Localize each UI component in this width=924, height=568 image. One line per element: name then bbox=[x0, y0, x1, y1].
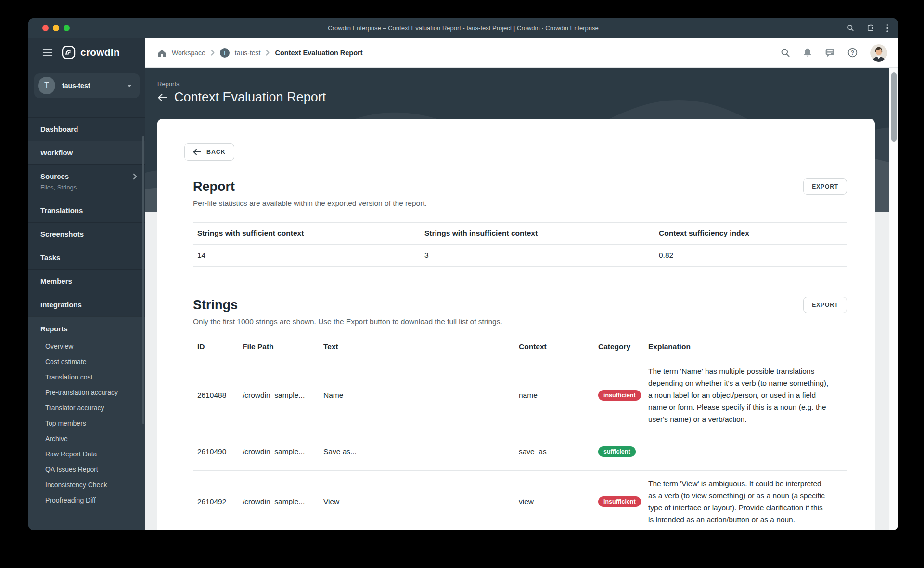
sidebar-item-workflow[interactable]: Workflow bbox=[28, 141, 145, 164]
strings-subtitle: Only the first 1000 strings are shown. U… bbox=[193, 317, 847, 326]
sidebar-item-inconsistency-check[interactable]: Inconsistency Check bbox=[28, 477, 145, 492]
sidebar-item-qa-issues-report[interactable]: QA Issues Report bbox=[28, 462, 145, 477]
stats-header-row: Strings with sufficient contextStrings w… bbox=[193, 223, 847, 245]
back-button[interactable]: BACK bbox=[184, 143, 234, 161]
sidebar-item-reports[interactable]: Reports bbox=[28, 317, 145, 339]
hamburger-menu-icon[interactable] bbox=[43, 49, 52, 56]
strings-column-header-context: Context bbox=[519, 338, 598, 358]
window-titlebar: Crowdin Enterprise – Context Evaluation … bbox=[28, 18, 898, 38]
back-button-label: BACK bbox=[206, 149, 226, 155]
sidebar-item-archive[interactable]: Archive bbox=[28, 431, 145, 446]
close-button[interactable] bbox=[42, 25, 49, 31]
breadcrumb-current-page: Context Evaluation Report bbox=[275, 49, 362, 57]
sidebar-item-label: Translations bbox=[40, 206, 136, 215]
help-icon[interactable]: ? bbox=[847, 48, 858, 58]
cell-id: 2610492 bbox=[193, 491, 243, 513]
sidebar-nav: DashboardWorkflowSourcesFiles, StringsTr… bbox=[28, 117, 145, 316]
sidebar-item-label: Integrations bbox=[40, 301, 136, 309]
sidebar-item-dashboard[interactable]: Dashboard bbox=[28, 117, 145, 141]
cell-category: insufficient bbox=[598, 383, 648, 407]
sidebar-item-pre-translation-accuracy[interactable]: Pre-translation accuracy bbox=[28, 385, 145, 400]
category-badge: sufficient bbox=[598, 446, 636, 457]
minimize-button[interactable] bbox=[53, 25, 59, 31]
sidebar-item-raw-report-data[interactable]: Raw Report Data bbox=[28, 446, 145, 462]
breadcrumb-workspace[interactable]: Workspace bbox=[172, 49, 205, 57]
strings-heading: Strings bbox=[193, 297, 238, 313]
report-stats-table: Strings with sufficient contextStrings w… bbox=[193, 222, 847, 267]
search-icon[interactable] bbox=[847, 25, 854, 32]
stats-value-row: 1430.82 bbox=[193, 245, 847, 266]
sidebar-item-integrations[interactable]: Integrations bbox=[28, 293, 145, 316]
table-row: 2610488/crowdin_sample...Namenameinsuffi… bbox=[193, 358, 847, 432]
strings-section: Strings EXPORT Only the first 1000 strin… bbox=[193, 297, 847, 530]
cell-context: name bbox=[519, 384, 598, 406]
sidebar-item-translation-cost[interactable]: Translation cost bbox=[28, 369, 145, 385]
page-content: Reports Context Evaluation Report BACK bbox=[145, 68, 898, 530]
category-badge: insufficient bbox=[598, 496, 641, 507]
zoom-button[interactable] bbox=[64, 25, 70, 31]
reports-subitems: OverviewCost estimateTranslation costPre… bbox=[28, 339, 145, 508]
page-scrollbar[interactable] bbox=[889, 68, 898, 530]
sidebar-item-members[interactable]: Members bbox=[28, 269, 145, 293]
top-navbar: Workspace T taus-test Context Evaluation… bbox=[145, 38, 898, 68]
breadcrumb-project[interactable]: taus-test bbox=[235, 49, 261, 57]
page-scrollbar-thumb[interactable] bbox=[891, 72, 897, 142]
table-row: 2610490/crowdin_sample...Save as...save_… bbox=[193, 432, 847, 471]
report-export-button[interactable]: EXPORT bbox=[803, 178, 847, 195]
user-avatar[interactable] bbox=[870, 44, 887, 62]
sidebar-item-translations[interactable]: Translations bbox=[28, 199, 145, 222]
cell-text: Name bbox=[323, 384, 519, 406]
chevron-right-icon bbox=[266, 50, 270, 56]
traffic-lights bbox=[42, 25, 70, 31]
sidebar-scrollbar[interactable] bbox=[142, 136, 144, 424]
bell-icon[interactable] bbox=[803, 48, 812, 58]
extensions-icon[interactable] bbox=[866, 24, 875, 33]
cell-context: view bbox=[519, 491, 598, 513]
report-section: Report EXPORT Per-file statistics are av… bbox=[193, 178, 847, 267]
sidebar-item-proofreading-diff[interactable]: Proofreading Diff bbox=[28, 492, 145, 508]
sidebar-item-label: Tasks bbox=[40, 253, 136, 262]
sidebar-item-top-members[interactable]: Top members bbox=[28, 416, 145, 431]
sidebar-item-cost-estimate[interactable]: Cost estimate bbox=[28, 354, 145, 369]
strings-column-header-id: ID bbox=[193, 338, 243, 358]
back-arrow-icon[interactable] bbox=[157, 93, 168, 102]
sidebar-item-translator-accuracy[interactable]: Translator accuracy bbox=[28, 400, 145, 416]
chevron-right-icon bbox=[133, 173, 137, 180]
chat-icon[interactable] bbox=[825, 48, 835, 58]
crowdin-logo[interactable]: crowdin bbox=[62, 45, 120, 60]
report-card: BACK Report EXPORT Per-file statistics a… bbox=[157, 119, 875, 530]
sidebar-item-sources[interactable]: SourcesFiles, Strings bbox=[28, 164, 145, 199]
stats-value: 3 bbox=[420, 245, 654, 266]
chevron-right-icon bbox=[133, 173, 137, 182]
sidebar-item-label: Workflow bbox=[40, 149, 136, 157]
sidebar-item-screenshots[interactable]: Screenshots bbox=[28, 222, 145, 246]
cell-context: save_as bbox=[519, 441, 598, 463]
sidebar-item-label: Sources bbox=[40, 172, 136, 180]
strings-table: IDFile PathTextContextCategoryExplanatio… bbox=[193, 338, 847, 530]
search-icon[interactable] bbox=[781, 48, 790, 58]
project-selector[interactable]: T taus-test bbox=[34, 73, 140, 98]
strings-export-button[interactable]: EXPORT bbox=[803, 297, 847, 313]
project-name: taus-test bbox=[62, 82, 120, 89]
cell-text: View bbox=[323, 491, 519, 513]
category-badge: insufficient bbox=[598, 390, 641, 401]
sidebar-item-overview[interactable]: Overview bbox=[28, 339, 145, 354]
cell-explanation: The term 'Name' has multiple possible tr… bbox=[648, 358, 847, 432]
crowdin-mark-icon bbox=[62, 45, 76, 60]
sidebar-reports-section: Reports OverviewCost estimateTranslation… bbox=[28, 316, 145, 530]
cell-file-path: /crowdin_sample... bbox=[243, 491, 323, 513]
brand-wordmark: crowdin bbox=[80, 47, 120, 58]
main-area: Workspace T taus-test Context Evaluation… bbox=[145, 38, 898, 530]
sidebar-item-tasks[interactable]: Tasks bbox=[28, 246, 145, 269]
cell-file-path: /crowdin_sample... bbox=[243, 441, 323, 463]
sidebar-item-sublabel: Files, Strings bbox=[40, 184, 136, 191]
breadcrumb-project-avatar[interactable]: T bbox=[220, 48, 230, 58]
table-row: 2610492/crowdin_sample...Viewviewinsuffi… bbox=[193, 471, 847, 530]
chevron-right-icon bbox=[211, 50, 215, 56]
sidebar-item-label: Dashboard bbox=[40, 125, 136, 133]
window-title: Crowdin Enterprise – Context Evaluation … bbox=[28, 18, 898, 38]
home-icon[interactable] bbox=[157, 49, 167, 57]
page-eyebrow: Reports bbox=[157, 80, 180, 88]
report-subtitle: Per-file statistics are available within… bbox=[193, 199, 847, 208]
kebab-menu-icon[interactable] bbox=[886, 24, 888, 32]
